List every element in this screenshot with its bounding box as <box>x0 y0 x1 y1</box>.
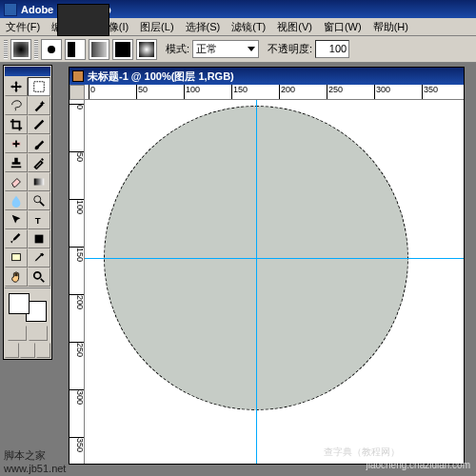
canvas[interactable] <box>85 100 464 464</box>
ruler-tick: 200 <box>279 85 295 100</box>
horizontal-ruler[interactable]: 050100150200250300350 <box>85 85 464 100</box>
grip-icon[interactable] <box>4 40 8 59</box>
move-tool[interactable] <box>5 77 28 96</box>
ruler-tick: 150 <box>231 85 248 100</box>
pen-tool[interactable] <box>5 229 28 248</box>
watermark-text-2: 脚本之家www.jb51.net <box>4 448 66 474</box>
horizontal-guide[interactable] <box>85 258 464 259</box>
hand-tool[interactable] <box>5 268 28 287</box>
mode-icon-4[interactable] <box>136 39 157 60</box>
blur-tool[interactable] <box>5 191 28 210</box>
ruler-tick: 250 <box>327 85 343 100</box>
ruler-tick: 350 <box>422 85 438 100</box>
type-tool[interactable]: T <box>28 210 50 229</box>
brush-preview-panel <box>57 4 109 36</box>
toolbox-title-bar[interactable] <box>5 67 50 76</box>
gradient-tool[interactable] <box>28 172 50 191</box>
svg-rect-6 <box>12 254 21 261</box>
wand-tool[interactable] <box>28 96 50 115</box>
document-title: 未标题-1 @ 100%(图层 1,RGB) <box>88 69 234 84</box>
grip-icon[interactable] <box>34 40 38 59</box>
notes-tool[interactable] <box>5 248 28 268</box>
ruler-tick: 350 <box>69 437 85 452</box>
mode-icon-2[interactable] <box>89 39 109 60</box>
brush-picker[interactable] <box>41 39 62 60</box>
opacity-label: 不透明度: <box>268 42 312 56</box>
eraser-tool[interactable] <box>5 172 28 191</box>
shape-tool[interactable] <box>28 229 50 248</box>
lasso-tool[interactable] <box>5 96 28 115</box>
vertical-guide[interactable] <box>256 100 257 464</box>
svg-point-3 <box>34 196 41 203</box>
slice-tool[interactable] <box>28 115 50 134</box>
options-bar: 模式: 正常 不透明度: 100 <box>0 36 476 63</box>
ruler-corner <box>69 85 85 100</box>
fg-color[interactable] <box>9 293 30 314</box>
chevron-down-icon <box>248 47 255 51</box>
quickmask-button[interactable] <box>29 326 48 341</box>
menu-file[interactable]: 文件(F) <box>0 18 46 36</box>
document-window: 未标题-1 @ 100%(图层 1,RGB) 05010015020025030… <box>69 67 465 465</box>
menu-window[interactable]: 窗口(W) <box>318 18 367 36</box>
eyedrop-tool[interactable] <box>28 248 50 268</box>
svg-rect-5 <box>35 235 44 244</box>
ruler-tick: 100 <box>69 199 85 214</box>
ruler-tick: 100 <box>184 85 200 100</box>
brush-tool[interactable] <box>28 134 50 153</box>
menu-select[interactable]: 选择(S) <box>180 18 227 36</box>
workspace: T 未标题-1 @ 100%(图层 1,RGB) 050100150200250… <box>0 63 476 476</box>
screen-mode-2[interactable] <box>20 343 34 358</box>
crop-tool[interactable] <box>5 115 28 134</box>
menu-help[interactable]: 帮助(H) <box>367 18 414 36</box>
blend-mode-value: 正常 <box>196 42 217 56</box>
history-brush-tool[interactable] <box>28 153 50 172</box>
screen-mode-3[interactable] <box>36 343 50 358</box>
ruler-tick: 0 <box>69 104 85 109</box>
document-title-bar[interactable]: 未标题-1 @ 100%(图层 1,RGB) <box>69 68 464 85</box>
ruler-tick: 50 <box>69 151 85 162</box>
toolbox: T <box>3 65 52 360</box>
standard-mode-button[interactable] <box>8 326 27 341</box>
ruler-tick: 200 <box>69 294 85 309</box>
screen-mode-1[interactable] <box>5 343 19 358</box>
watermark-text-3: 查字典（教程网） <box>324 446 400 459</box>
stamp-tool[interactable] <box>5 153 28 172</box>
menu-layer[interactable]: 图层(L) <box>134 18 179 36</box>
svg-rect-0 <box>34 82 45 92</box>
brush-preview-button[interactable] <box>10 39 31 60</box>
app-icon <box>4 3 17 16</box>
ruler-tick: 250 <box>69 342 85 357</box>
mode-icon-3[interactable] <box>112 39 133 60</box>
menu-filter[interactable]: 滤镜(T) <box>226 18 271 36</box>
blend-mode-select[interactable]: 正常 <box>192 40 259 58</box>
opacity-input[interactable]: 100 <box>315 40 349 58</box>
ruler-tick: 300 <box>374 85 390 100</box>
watermark-text: jiaocheng.chazidian.com <box>366 460 470 470</box>
path-select-tool[interactable] <box>5 210 28 229</box>
menu-view[interactable]: 视图(V) <box>271 18 318 36</box>
zoom-tool[interactable] <box>28 268 50 287</box>
vertical-ruler[interactable]: 050100150200250300350 <box>69 100 85 464</box>
mode-label: 模式: <box>166 42 189 56</box>
mode-icon-1[interactable] <box>65 39 86 60</box>
ruler-tick: 300 <box>69 389 85 405</box>
heal-tool[interactable] <box>5 134 28 153</box>
marquee-tool[interactable] <box>28 77 50 96</box>
dodge-tool[interactable] <box>28 191 50 210</box>
svg-text:T: T <box>35 215 41 226</box>
ruler-tick: 0 <box>89 85 95 100</box>
ruler-tick: 50 <box>136 85 148 100</box>
color-swap[interactable] <box>5 291 50 324</box>
ruler-tick: 150 <box>69 247 85 262</box>
document-icon <box>72 70 84 82</box>
svg-point-7 <box>34 272 41 279</box>
svg-rect-2 <box>34 179 45 186</box>
